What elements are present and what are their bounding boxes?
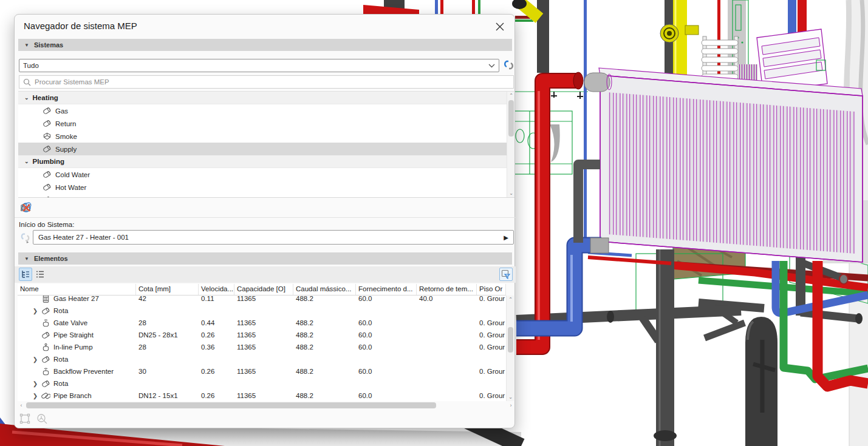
table-cell: 60.0 (356, 392, 417, 399)
chevron-right-icon[interactable]: ❯ (32, 308, 38, 314)
table-row[interactable]: ❯Pipe BranchDN12 - 15x10.2611365488.260.… (18, 390, 506, 401)
table-cell: 11365 (234, 343, 293, 351)
scroll-up-icon[interactable]: ⌃ (507, 296, 514, 303)
filter-button[interactable] (499, 268, 513, 281)
table-row[interactable]: Pipe StraightDN25 - 28x10.2611365488.260… (18, 329, 506, 341)
tree-item-gas[interactable]: Gas (18, 104, 514, 117)
table-cell: 0.26 (199, 331, 234, 339)
red-supply-pipe-left[interactable] (516, 72, 612, 347)
yellow-stub-corner[interactable] (512, 0, 539, 18)
pipe-icon (41, 379, 50, 388)
table-cell: 60.0 (356, 368, 417, 375)
radiator-selected[interactable] (588, 68, 863, 263)
chevron-right-icon[interactable]: ❯ (32, 356, 38, 363)
systems-tree[interactable]: ⌄HeatingGasReturnSmokeSupply⌄PlumbingCol… (18, 91, 514, 198)
tree-item-smoke[interactable]: Smoke (18, 130, 514, 143)
table-hscrollbar[interactable]: ‹ › (18, 401, 514, 410)
tree-item-cold-water[interactable]: Cold Water (18, 168, 514, 181)
scroll-down-icon[interactable]: ⌄ (507, 393, 514, 401)
chevron-expanded-icon[interactable]: ⌄ (24, 158, 29, 164)
select-in-view-button[interactable] (19, 413, 30, 426)
tree-item-label: Waste Water (55, 197, 95, 198)
tree-group-heating[interactable]: ⌄Heating (18, 92, 514, 104)
scroll-left-icon[interactable]: ‹ (18, 401, 25, 410)
tree-view-button[interactable] (19, 268, 32, 281)
pipe-system-icon (43, 106, 52, 115)
system-start-link-icon[interactable] (19, 231, 32, 243)
column-header[interactable]: Caudal mássico... (293, 284, 356, 295)
column-header[interactable]: Fornecimento d... (356, 284, 417, 295)
table-row[interactable]: ❯Rota (18, 305, 506, 317)
element-name: Backflow Preventer (53, 368, 114, 375)
heater-icon (41, 296, 50, 303)
tree-group-label: Plumbing (33, 158, 64, 165)
delete-system-button[interactable] (19, 201, 33, 214)
column-header[interactable]: Cota [mm] (136, 284, 199, 295)
element-name: Gas Heater 27 (53, 296, 99, 302)
column-header[interactable]: Velocida... (199, 284, 234, 295)
table-cell: 0. Grour (477, 331, 506, 339)
table-cell: 488.2 (293, 368, 356, 375)
zoom-to-element-button[interactable] (36, 413, 48, 426)
gray-branch-pipe[interactable] (578, 164, 600, 243)
tree-item-hot-water[interactable]: Hot Water (18, 181, 514, 194)
chevron-right-icon[interactable]: ❯ (32, 380, 38, 387)
towel-rail-radiator[interactable] (702, 36, 738, 83)
column-header[interactable]: Capacidade [O] (234, 284, 293, 295)
dialog-titlebar[interactable]: Navegador de sistema MEP (15, 15, 514, 38)
table-cell: 30 (136, 368, 199, 375)
pipe-system-icon (43, 183, 52, 192)
column-header[interactable]: Piso Or (477, 284, 506, 295)
scroll-up-icon[interactable]: ⌃ (507, 92, 514, 100)
search-input[interactable]: Procurar Sistemas MEP (19, 75, 514, 89)
table-row[interactable]: Gas Heater 27420.1111365488.260.040.00. … (18, 296, 506, 305)
table-cell: DN25 - 28x1 (136, 331, 199, 339)
tree-item-supply[interactable]: Supply (18, 143, 514, 155)
hscroll-thumb[interactable] (26, 402, 436, 408)
tree-item-return[interactable]: Return (18, 117, 514, 130)
collapse-triangle-icon: ▼ (24, 42, 29, 48)
system-scope-dropdown[interactable]: Tudo (19, 59, 499, 72)
section-header-elementos[interactable]: ▼ Elementos (18, 252, 512, 265)
table-vscrollbar[interactable]: ⌃ ⌄ (506, 296, 514, 401)
table-row[interactable]: Backflow Preventer300.2611365488.260.00.… (18, 365, 506, 377)
scroll-down-icon[interactable]: ⌄ (507, 189, 514, 197)
chevron-expanded-icon[interactable]: ⌄ (24, 95, 29, 101)
tree-scrollbar[interactable]: ⌃ ⌄ (507, 92, 514, 197)
scroll-right-icon[interactable]: › (507, 401, 514, 410)
tree-item-waste-water[interactable]: Waste Water (18, 194, 514, 198)
table-row[interactable]: ❯Rota (18, 377, 506, 390)
yellow-gas-pipe[interactable] (660, 0, 699, 79)
table-cell: 488.2 (293, 296, 356, 302)
elements-table-header[interactable]: NomeCota [mm]Velocida...Capacidade [O]Ca… (18, 284, 506, 296)
system-start-field[interactable]: Gas Heater 27 - Heater - 001 ▶ (33, 230, 514, 245)
close-icon[interactable] (494, 21, 506, 33)
table-cell: 0. Grour (477, 392, 506, 399)
table-cell: 488.2 (293, 392, 356, 399)
table-row[interactable]: ❯Rota (18, 353, 506, 365)
column-header[interactable]: Nome (18, 284, 136, 295)
table-cell: 488.2 (293, 343, 356, 351)
column-header[interactable]: Retorno de tem... (417, 284, 477, 295)
pipe-system-icon (43, 144, 52, 154)
app-canvas: Navegador de sistema MEP ▼ Sistemas Tudo… (0, 0, 868, 446)
elements-toolbar (15, 266, 516, 283)
section-header-sistemas[interactable]: ▼ Sistemas (18, 39, 512, 51)
table-row[interactable]: Gate Valve280.4411365488.260.00. Grour (18, 317, 506, 329)
thin-blue-riser[interactable] (584, 0, 587, 240)
element-name: Rota (53, 356, 68, 363)
table-row[interactable]: In-line Pump280.3611365488.260.00. Grour (18, 341, 506, 353)
table-cell: 60.0 (356, 319, 417, 326)
system-link-icon[interactable] (502, 58, 516, 72)
expand-right-icon[interactable]: ▶ (504, 234, 508, 241)
gray-pipes-center[interactable] (516, 249, 777, 446)
tree-group-plumbing[interactable]: ⌄Plumbing (18, 155, 514, 168)
tree-item-label: Supply (55, 146, 77, 153)
table-cell: 0.36 (199, 343, 234, 351)
list-view-button[interactable] (33, 268, 47, 281)
table-cell: 28 (136, 343, 199, 351)
chevron-right-icon[interactable]: ❯ (32, 393, 38, 399)
table-cell: 0. Grour (477, 319, 506, 326)
elements-table[interactable]: Gas Heater 27420.1111365488.260.040.00. … (18, 296, 506, 401)
element-name: Gate Valve (53, 319, 87, 326)
